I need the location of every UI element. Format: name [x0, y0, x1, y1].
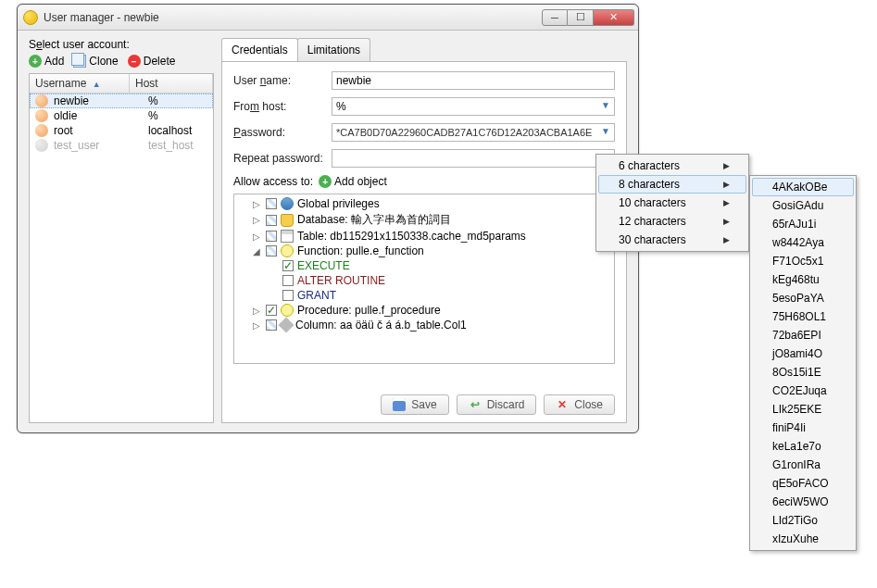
password-label: Password: — [233, 126, 332, 139]
privilege-tree[interactable]: ▷ Global privileges ▷ Database: 輸入字串為首的詞… — [233, 194, 615, 364]
menu-item-label: 12 characters — [619, 215, 686, 228]
menu-item[interactable]: 65rAJu1i — [752, 215, 854, 233]
checkbox[interactable]: ✓ — [266, 305, 277, 316]
user-list[interactable]: Username ▲ Host newbie % oldie % root lo… — [29, 73, 214, 423]
menu-item[interactable]: w8442Aya — [752, 233, 854, 252]
from-host-input[interactable]: %▼ — [332, 97, 615, 116]
menu-item[interactable]: 30 characters▶ — [598, 231, 746, 249]
menu-item[interactable]: 6eciW5WO — [752, 493, 854, 511]
save-button[interactable]: Save — [381, 394, 448, 415]
procedure-icon — [281, 304, 294, 317]
checkbox[interactable] — [282, 275, 294, 286]
menu-item[interactable]: LIk25EKE — [752, 400, 854, 419]
user-row[interactable]: oldie % — [30, 108, 213, 123]
dropdown-icon[interactable]: ▼ — [599, 100, 612, 113]
menu-item[interactable]: 8 characters▶ — [598, 175, 746, 194]
minimize-button[interactable]: ─ — [542, 9, 568, 26]
expander-icon[interactable]: ▷ — [251, 306, 262, 316]
tree-node-global[interactable]: ▷ Global privileges — [251, 196, 610, 211]
titlebar[interactable]: User manager - newbie ─ ☐ ✕ — [18, 5, 638, 31]
password-length-menu[interactable]: 6 characters▶8 characters▶10 characters▶… — [595, 154, 749, 252]
password-suggestions-menu[interactable]: 4AKakOBeGosiGAdu65rAJu1iw8442AyaF71Oc5x1… — [749, 175, 857, 551]
menu-item[interactable]: CO2EJuqa — [752, 382, 854, 400]
menu-item-label: w8442Aya — [772, 236, 824, 249]
checkbox[interactable]: ✓ — [282, 260, 294, 271]
checkbox[interactable] — [266, 198, 277, 209]
clone-user-button[interactable]: Clone — [73, 55, 118, 68]
user-host-cell: localhost — [148, 124, 211, 137]
tab-credentials[interactable]: Credentials — [221, 38, 298, 61]
checkbox[interactable] — [266, 319, 277, 331]
menu-item[interactable]: G1ronIRa — [752, 456, 854, 474]
menu-item-label: qE5oFACO — [772, 477, 829, 490]
plus-icon: + — [29, 55, 42, 68]
menu-item[interactable]: kEg468tu — [752, 270, 854, 289]
expander-icon[interactable]: ▷ — [251, 199, 262, 209]
menu-item[interactable]: 4AKakOBe — [752, 178, 854, 196]
add-object-button[interactable]: + Add object — [319, 175, 387, 188]
discard-button[interactable]: ↩Discard — [457, 394, 537, 415]
menu-item-label: LId2TiGo — [772, 514, 818, 527]
tree-node-database[interactable]: ▷ Database: 輸入字串為首的詞目 — [251, 211, 610, 229]
menu-item[interactable]: jO8ami4O — [752, 344, 854, 363]
right-pane: Credentials Limitations User name: newbi… — [221, 38, 627, 423]
close-button[interactable]: ✕Close — [544, 394, 615, 415]
expander-icon[interactable]: ▷ — [251, 320, 262, 331]
database-icon — [281, 214, 294, 227]
menu-item[interactable]: xIzuXuhe — [752, 530, 854, 548]
menu-item[interactable]: 72ba6EPI — [752, 326, 854, 344]
menu-item[interactable]: GosiGAdu — [752, 196, 854, 215]
tree-node-grant[interactable]: GRANT — [282, 288, 610, 303]
menu-item[interactable]: qE5oFACO — [752, 474, 854, 493]
checkbox[interactable] — [266, 231, 277, 242]
tree-node-execute[interactable]: ✓ EXECUTE — [282, 258, 610, 273]
dropdown-icon[interactable]: ▼ — [599, 126, 612, 139]
tree-node-alter-routine[interactable]: ALTER ROUTINE — [282, 273, 610, 288]
column-host[interactable]: Host — [130, 74, 213, 93]
user-row[interactable]: root localhost — [30, 123, 213, 138]
repeat-password-input[interactable] — [332, 149, 615, 168]
tree-node-column[interactable]: ▷ Column: aa öäü č á á.b_table.Col1 — [251, 318, 610, 332]
menu-item[interactable]: finiP4Ii — [752, 419, 854, 437]
dialog-buttons: Save ↩Discard ✕Close — [381, 394, 615, 415]
menu-item[interactable]: 75H68OL1 — [752, 307, 854, 326]
left-pane: Select user account: + Add Clone − Delet… — [29, 38, 214, 423]
username-input[interactable]: newbie — [332, 71, 615, 90]
menu-item[interactable]: 12 characters▶ — [598, 212, 746, 231]
window-close-button[interactable]: ✕ — [594, 9, 634, 26]
tree-node-function[interactable]: ◢ Function: pulle.e_function — [251, 244, 610, 258]
menu-item[interactable]: 6 characters▶ — [598, 156, 746, 175]
delete-user-button[interactable]: − Delete — [128, 55, 176, 68]
user-list-header[interactable]: Username ▲ Host — [30, 74, 213, 94]
menu-item-label: 65rAJu1i — [772, 218, 816, 231]
maximize-button[interactable]: ☐ — [568, 9, 594, 26]
menu-item[interactable]: 8Os15i1E — [752, 363, 854, 382]
menu-item[interactable]: keLa1e7o — [752, 437, 854, 456]
expander-icon[interactable]: ▷ — [251, 231, 262, 242]
user-row[interactable]: test_user test_host — [30, 138, 213, 153]
collapse-icon[interactable]: ◢ — [251, 246, 262, 256]
checkbox[interactable] — [266, 245, 277, 256]
checkbox[interactable] — [282, 290, 294, 301]
column-username[interactable]: Username ▲ — [30, 74, 130, 93]
menu-item-label: GosiGAdu — [772, 199, 823, 212]
expander-icon[interactable]: ▷ — [251, 215, 262, 225]
menu-item[interactable]: LId2TiGo — [752, 511, 854, 530]
add-user-button[interactable]: + Add — [29, 55, 64, 68]
user-host-cell: % — [148, 94, 211, 107]
checkbox[interactable] — [266, 215, 277, 226]
menu-item[interactable]: 5esoPaYA — [752, 289, 854, 307]
submenu-arrow-icon: ▶ — [723, 217, 730, 226]
tab-limitations[interactable]: Limitations — [297, 38, 370, 61]
clone-label: Clone — [89, 55, 118, 68]
tree-node-table[interactable]: ▷ Table: db115291x1150338.cache_md5param… — [251, 229, 610, 244]
password-input[interactable]: *CA7B0D70A22960CADB27A1C76D12A203ACBA1A6… — [332, 123, 615, 142]
user-name-cell: test_user — [52, 139, 148, 152]
menu-item[interactable]: F71Oc5x1 — [752, 252, 854, 270]
menu-item-label: finiP4Ii — [772, 421, 806, 434]
user-row[interactable]: newbie % — [30, 94, 213, 108]
user-name-cell: newbie — [52, 94, 148, 107]
menu-item[interactable]: 10 characters▶ — [598, 194, 746, 212]
tree-node-procedure[interactable]: ▷ ✓ Procedure: pulle.f_procedure — [251, 303, 610, 318]
submenu-arrow-icon: ▶ — [723, 180, 730, 189]
